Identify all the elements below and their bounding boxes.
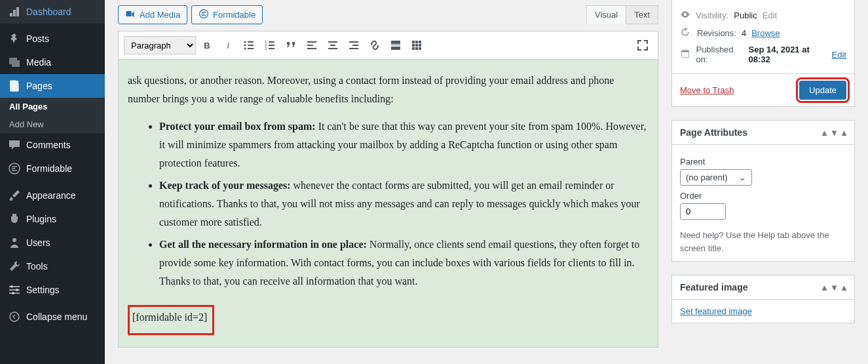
sidebar-item-media[interactable]: Media [0, 51, 105, 74]
link-button[interactable] [365, 35, 385, 55]
tab-text[interactable]: Text [626, 5, 658, 24]
order-label: Order [680, 191, 846, 201]
shortcode-highlight: [formidable id=2] [128, 305, 214, 335]
svg-rect-47 [687, 49, 688, 51]
svg-point-15 [244, 48, 246, 50]
sidebar-item-collapse[interactable]: Collapse menu [0, 305, 105, 329]
sidebar-item-formidable[interactable]: Formidable [0, 157, 105, 180]
align-center-button[interactable] [323, 35, 343, 55]
sidebar-item-posts[interactable]: Posts [0, 27, 105, 51]
formidable-button[interactable]: Formidable [191, 5, 263, 24]
svg-rect-31 [349, 48, 358, 49]
svg-rect-40 [419, 44, 421, 47]
svg-rect-30 [352, 45, 358, 46]
svg-rect-16 [248, 48, 254, 49]
svg-rect-25 [307, 48, 316, 49]
numbered-list-button[interactable]: 123 [260, 35, 280, 55]
editor-tabs: Visual Text [586, 5, 658, 24]
pages-icon [8, 79, 21, 92]
italic-button[interactable]: I [218, 35, 238, 55]
list-item: Get all the necessary information in one… [159, 235, 649, 291]
eye-icon [680, 9, 690, 22]
sidebar-label: Media [26, 57, 51, 68]
set-featured-image-link[interactable]: Set featured image [680, 306, 752, 316]
pushpin-icon [8, 32, 21, 45]
sidebar-label: Collapse menu [26, 312, 87, 322]
featured-image-panel: Featured image ▴ ▾ ▴ Set featured image [671, 275, 855, 323]
media-add-icon [125, 9, 136, 21]
published-edit-link[interactable]: Edit [832, 50, 846, 60]
publish-panel: Visibility: Public Edit Revisions: 4 Bro… [671, 0, 855, 107]
panel-move-up-icon[interactable]: ▴ [822, 127, 827, 138]
panel-move-down-icon[interactable]: ▾ [832, 127, 837, 138]
svg-point-6 [10, 285, 13, 288]
visibility-edit-link[interactable]: Edit [763, 10, 777, 20]
revisions-browse-link[interactable]: Browse [751, 28, 780, 38]
panel-toggle-icon[interactable]: ▴ [842, 282, 846, 293]
published-label: Published on: [696, 45, 743, 64]
svg-point-9 [10, 312, 19, 321]
sidebar-label: Appearance [26, 190, 76, 201]
panel-toggle-icon[interactable]: ▴ [842, 127, 846, 138]
fullscreen-button[interactable] [633, 35, 652, 55]
formidable-btn-label: Formidable [213, 10, 255, 20]
move-to-trash-link[interactable]: Move to Trash [680, 85, 734, 95]
list-bold: Protect your email box from spam: [159, 121, 316, 132]
visibility-label: Visibility: [696, 10, 728, 20]
panel-move-up-icon[interactable]: ▴ [822, 282, 827, 293]
svg-rect-0 [10, 81, 18, 91]
editor-box: Paragraph B I 123 ask questions, or anot… [118, 31, 658, 348]
editor-content[interactable]: ask questions, or another reason. Moreov… [119, 60, 658, 347]
parent-select[interactable]: (no parent) ⌄ [680, 169, 752, 186]
tab-visual[interactable]: Visual [586, 5, 626, 24]
sidebar-sub-all-pages[interactable]: All Pages [0, 98, 105, 115]
add-media-button[interactable]: Add Media [118, 5, 187, 24]
sidebar-label: Comments [26, 140, 71, 150]
sidebar-item-pages[interactable]: Pages [0, 74, 105, 98]
svg-rect-24 [307, 45, 313, 46]
revisions-label: Revisions: [697, 28, 736, 38]
sidebar-sub-add-new[interactable]: Add New [0, 115, 105, 133]
order-input[interactable] [680, 203, 726, 220]
page-attributes-title: Page Attributes [680, 127, 747, 138]
sidebar-item-settings[interactable]: Settings [0, 278, 105, 302]
parent-label: Parent [680, 157, 846, 167]
list-bold: Keep track of your messages: [159, 180, 291, 191]
sidebar-label: Dashboard [26, 7, 71, 17]
align-right-button[interactable] [344, 35, 364, 55]
update-button[interactable]: Update [799, 81, 846, 100]
sidebar-submenu: All Pages Add New [0, 98, 105, 133]
sidebar-item-appearance[interactable]: Appearance [0, 184, 105, 207]
content-list: Protect your email box from spam: It can… [128, 117, 649, 291]
format-select[interactable]: Paragraph [124, 36, 196, 54]
svg-rect-26 [328, 41, 337, 43]
bullet-list-button[interactable] [239, 35, 259, 55]
media-icon [8, 56, 21, 69]
align-left-button[interactable] [302, 35, 322, 55]
settings-icon [8, 283, 21, 296]
bold-button[interactable]: B [197, 35, 217, 55]
blockquote-button[interactable] [281, 35, 301, 55]
add-media-label: Add Media [140, 10, 180, 20]
visibility-value: Public [734, 10, 757, 20]
svg-rect-22 [269, 48, 274, 49]
sidebar-item-users[interactable]: Users [0, 231, 105, 254]
content-paragraph: ask questions, or another reason. Moreov… [128, 71, 649, 108]
svg-rect-39 [415, 44, 418, 47]
sidebar-item-comments[interactable]: Comments [0, 133, 105, 157]
brush-icon [8, 189, 21, 202]
wrench-icon [8, 260, 21, 273]
svg-rect-34 [391, 47, 400, 50]
toolbar-toggle-button[interactable] [407, 35, 426, 55]
svg-rect-27 [330, 45, 335, 46]
sidebar-label: Tools [26, 261, 48, 272]
svg-rect-36 [415, 41, 418, 43]
sidebar-item-tools[interactable]: Tools [0, 254, 105, 278]
panel-move-down-icon[interactable]: ▾ [832, 282, 837, 293]
svg-rect-32 [391, 41, 400, 44]
calendar-icon [680, 49, 690, 61]
sidebar-item-plugins[interactable]: Plugins [0, 207, 105, 231]
readmore-button[interactable] [386, 35, 406, 55]
svg-rect-38 [412, 44, 415, 47]
sidebar-item-dashboard[interactable]: Dashboard [0, 0, 105, 24]
